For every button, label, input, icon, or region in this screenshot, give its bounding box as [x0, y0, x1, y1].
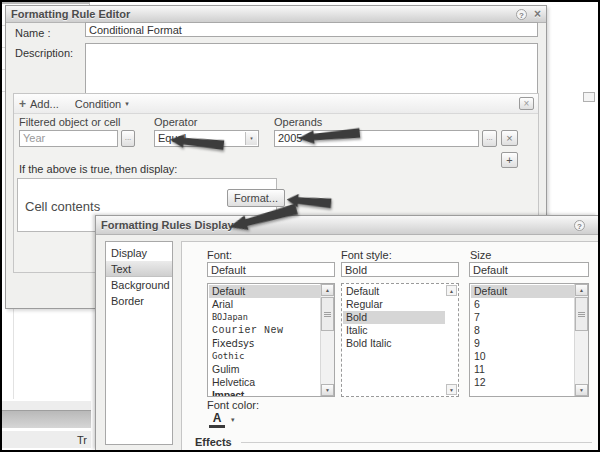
nav-item-display[interactable]: Display — [106, 245, 172, 261]
dialog-title: Formatting Rule Editor — [11, 8, 130, 20]
list-item[interactable]: Helvetica — [209, 376, 320, 389]
list-item[interactable]: Default — [209, 285, 320, 298]
list-item[interactable]: 11 — [471, 363, 574, 376]
list-item[interactable]: Courier New — [209, 324, 320, 337]
effects-divider — [241, 442, 592, 443]
scroll-down-icon[interactable]: ▼ — [321, 384, 334, 396]
chevron-down-icon: ▾ — [125, 100, 129, 108]
add-operand-button[interactable]: + — [501, 152, 518, 168]
background-scroll-band — [2, 401, 91, 411]
filtered-object-input[interactable]: Year — [19, 130, 118, 147]
operands-browse-button[interactable]: ... — [482, 130, 497, 147]
table-column-divider — [13, 307, 14, 399]
name-input[interactable]: Conditional Format — [85, 22, 538, 37]
list-item[interactable]: 7 — [471, 311, 574, 324]
condition-toolbar: + Add... Condition ▾ — [14, 94, 538, 114]
list-item[interactable]: Default — [471, 285, 574, 298]
list-item[interactable]: Impact — [209, 389, 320, 397]
operands-label: Operands — [274, 116, 322, 128]
font-label: Font: — [207, 249, 232, 261]
help-icon[interactable]: ? — [516, 9, 527, 20]
list-item[interactable]: Bold — [343, 311, 445, 324]
font-style-listbox: Default Regular Bold Italic Bold Italic … — [341, 283, 459, 397]
background-toolbar-band — [2, 411, 91, 428]
scrollbar[interactable]: ▲ ▼ — [574, 284, 588, 396]
list-item[interactable]: 10 — [471, 350, 574, 363]
name-label: Name : — [15, 27, 50, 39]
list-item[interactable]: 9 — [471, 337, 574, 350]
add-cross-icon: + — [19, 98, 26, 110]
screenshot-root: Sweaters Sweat-T-Shirt Trousers Accessor… — [0, 0, 600, 452]
font-style-label: Font style: — [341, 249, 392, 261]
cell-contents-label: Cell contents — [25, 199, 100, 214]
operator-label: Operator — [154, 116, 197, 128]
nav-item-text[interactable]: Text — [106, 261, 172, 277]
then-display-label: If the above is true, then display: — [19, 163, 177, 175]
font-style-input[interactable]: Bold — [341, 262, 459, 277]
add-button[interactable]: Add... — [30, 98, 59, 110]
scrollbar[interactable]: ▲ ▼ — [320, 284, 334, 396]
filtered-object-browse-button[interactable]: ... — [121, 130, 135, 147]
dialog-title: Formatting Rules Display — [101, 219, 234, 231]
thumb-grip-icon — [324, 312, 331, 317]
close-icon[interactable]: × — [534, 9, 541, 20]
list-item[interactable]: Arial — [209, 298, 320, 311]
background-panel-icon — [583, 92, 595, 102]
scrollbar-thumb[interactable] — [575, 297, 588, 331]
list-item[interactable]: Regular — [343, 298, 445, 311]
condition-menu-button[interactable]: Condition — [75, 98, 121, 110]
thumb-grip-icon — [578, 312, 585, 317]
font-color-button[interactable]: A — [209, 412, 225, 428]
description-label: Description: — [15, 47, 73, 59]
list-item[interactable]: Fixedsys — [209, 337, 320, 350]
list-item[interactable]: BOJapan — [209, 311, 320, 324]
scroll-down-icon[interactable]: ▼ — [575, 384, 588, 396]
dialog-titlebar[interactable]: Formatting Rule Editor ? × — [6, 6, 546, 23]
list-item[interactable]: Default — [343, 285, 445, 298]
font-input[interactable]: Default — [207, 262, 335, 277]
font-color-label: Font color: — [207, 399, 259, 411]
formatting-rules-display-dialog: Formatting Rules Display ? Display Text … — [95, 215, 598, 450]
operator-dropdown-icon[interactable]: ▾ — [245, 132, 257, 145]
list-item[interactable]: Italic — [343, 324, 445, 337]
filtered-object-label: Filtered object or cell — [19, 116, 121, 128]
help-icon[interactable]: ? — [574, 220, 585, 231]
scroll-up-icon[interactable]: ▲ — [575, 284, 588, 296]
scrollbar-thumb[interactable] — [321, 297, 334, 331]
size-label: Size — [470, 249, 491, 261]
condition-close-button[interactable]: × — [519, 97, 534, 110]
nav-item-border[interactable]: Border — [106, 293, 172, 309]
list-item[interactable]: 12 — [471, 376, 574, 389]
size-input[interactable]: Default — [469, 262, 589, 277]
font-listbox: Default Arial BOJapan Courier New Fixeds… — [207, 283, 335, 397]
size-listbox: Default 6 7 8 9 10 11 12 ▲ ▼ — [469, 283, 589, 397]
category-list: Display Text Background Border — [105, 241, 173, 445]
font-color-dropdown-icon[interactable]: ▾ — [231, 416, 235, 424]
remove-condition-button[interactable]: × — [501, 130, 518, 146]
text-settings-panel: Font: Default Default Arial BOJapan Cour… — [181, 241, 599, 451]
list-item[interactable]: Gothic — [209, 350, 320, 363]
list-item[interactable]: 8 — [471, 324, 574, 337]
background-status-strip: Tr — [2, 430, 91, 448]
nav-item-background[interactable]: Background — [106, 277, 172, 293]
list-item[interactable]: Gulim — [209, 363, 320, 376]
effects-section-label: Effects — [195, 436, 232, 448]
dialog-titlebar[interactable]: Formatting Rules Display ? — [96, 216, 598, 235]
list-item[interactable]: Bold Italic — [343, 337, 445, 350]
scroll-up-icon[interactable]: ▲ — [321, 284, 334, 296]
list-item[interactable]: 6 — [471, 298, 574, 311]
scroll-up-icon[interactable]: ▲ — [446, 285, 457, 296]
scroll-down-icon[interactable]: ▼ — [446, 384, 457, 395]
